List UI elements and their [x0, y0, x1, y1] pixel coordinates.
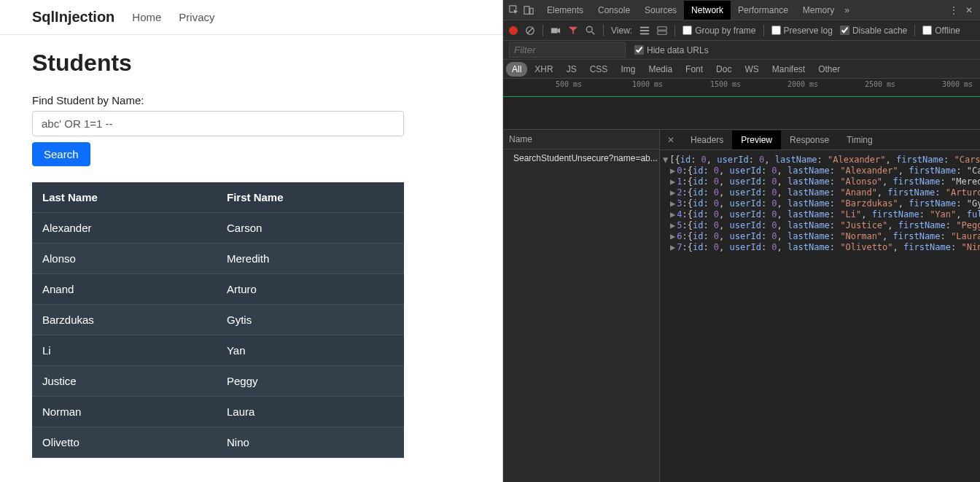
- type-doc[interactable]: Doc: [710, 62, 737, 77]
- timeline-tick: 2500 ms: [865, 80, 895, 88]
- list-view-icon[interactable]: [639, 26, 650, 36]
- type-js[interactable]: JS: [561, 62, 583, 77]
- type-ws[interactable]: WS: [739, 62, 764, 77]
- detail-tab-preview[interactable]: Preview: [732, 131, 781, 149]
- table-row: AlexanderCarson: [32, 213, 404, 244]
- devtools-tab-performance[interactable]: Performance: [731, 1, 796, 20]
- svg-rect-12: [658, 31, 666, 34]
- search-input[interactable]: [32, 111, 404, 136]
- cell: Peggy: [217, 366, 404, 397]
- type-media[interactable]: Media: [642, 62, 678, 77]
- navbar-brand[interactable]: SqlInjection: [32, 9, 114, 26]
- svg-rect-2: [530, 8, 533, 14]
- disable-cache-checkbox[interactable]: Disable cache: [840, 26, 907, 36]
- hide-data-urls-checkbox[interactable]: Hide data URLs: [634, 45, 709, 55]
- type-all[interactable]: All: [506, 62, 527, 77]
- type-manifest[interactable]: Manifest: [766, 62, 811, 77]
- cell: Barzdukas: [32, 305, 217, 335]
- more-tabs-icon[interactable]: »: [844, 5, 849, 15]
- detail-tab-headers[interactable]: Headers: [682, 131, 732, 149]
- request-detail: ✕ HeadersPreviewResponseTiming ▼[{id: 0,…: [660, 130, 980, 482]
- main-content: Students Find Student by Name: Search La…: [0, 35, 502, 473]
- devtools-tab-memory[interactable]: Memory: [796, 1, 841, 20]
- inspect-icon[interactable]: [509, 5, 519, 15]
- cell: Justice: [32, 366, 217, 397]
- table-row: AnandArturo: [32, 274, 404, 305]
- timeline-tick: 3000 ms: [942, 80, 973, 88]
- col-firstname: First Name: [217, 182, 404, 213]
- close-devtools-icon[interactable]: ✕: [965, 5, 973, 15]
- camera-icon[interactable]: [551, 26, 561, 36]
- large-view-icon[interactable]: [657, 26, 667, 36]
- col-lastname: Last Name: [32, 182, 217, 213]
- preview-box[interactable]: ▼[{id: 0, userId: 0, lastName: "Alexande…: [660, 150, 980, 482]
- types-bar: AllXHRJSCSSImgMediaFontDocWSManifestOthe…: [503, 60, 980, 79]
- type-xhr[interactable]: XHR: [529, 62, 559, 77]
- svg-line-4: [528, 28, 533, 33]
- students-table: Last Name First Name AlexanderCarsonAlon…: [32, 182, 404, 458]
- type-other[interactable]: Other: [812, 62, 846, 77]
- type-css[interactable]: CSS: [584, 62, 614, 77]
- kebab-icon[interactable]: ⋮: [949, 5, 958, 15]
- type-img[interactable]: Img: [615, 62, 641, 77]
- offline-checkbox[interactable]: Offline: [922, 26, 960, 36]
- clear-icon[interactable]: [525, 26, 535, 36]
- detail-tab-timing[interactable]: Timing: [838, 131, 882, 149]
- cell: Nino: [217, 427, 404, 458]
- devtools-tab-network[interactable]: Network: [684, 1, 731, 20]
- svg-rect-11: [658, 26, 666, 29]
- cell: Olivetto: [32, 427, 217, 458]
- detail-tab-response[interactable]: Response: [781, 131, 838, 149]
- network-toolbar: View: Group by frame Preserve log Disabl…: [503, 20, 980, 41]
- app-viewport: SqlInjection Home Privacy Students Find …: [0, 0, 503, 482]
- cell: Carson: [217, 213, 404, 244]
- search-button[interactable]: Search: [32, 142, 90, 166]
- devtools-tab-console[interactable]: Console: [591, 1, 637, 20]
- table-row: LiYan: [32, 335, 404, 366]
- preserve-log-checkbox[interactable]: Preserve log: [771, 26, 833, 36]
- timeline[interactable]: 500 ms1000 ms1500 ms2000 ms2500 ms3000 m…: [503, 79, 980, 130]
- request-list: Name SearchStudentUnsecure?name=ab...: [503, 130, 660, 482]
- close-detail-icon[interactable]: ✕: [660, 135, 682, 145]
- group-by-frame-checkbox[interactable]: Group by frame: [682, 26, 755, 36]
- request-row[interactable]: SearchStudentUnsecure?name=ab...: [503, 149, 659, 167]
- filter-bar: Hide data URLs: [503, 41, 980, 60]
- devtools-tab-elements[interactable]: Elements: [540, 1, 591, 20]
- svg-rect-1: [524, 6, 529, 14]
- device-icon[interactable]: [524, 5, 534, 15]
- svg-rect-10: [640, 33, 649, 34]
- svg-rect-8: [640, 26, 649, 28]
- request-list-header: Name: [503, 130, 659, 149]
- cell: Alonso: [32, 244, 217, 274]
- request-name: SearchStudentUnsecure?name=ab...: [513, 153, 658, 163]
- search-icon[interactable]: [586, 26, 596, 36]
- filter-input[interactable]: [509, 42, 626, 58]
- cell: Meredith: [217, 244, 404, 274]
- page-title: Students: [32, 50, 470, 77]
- devtools-tabbar: ElementsConsoleSourcesNetworkPerformance…: [503, 0, 980, 20]
- timeline-bar: [503, 96, 980, 97]
- table-row: AlonsoMeredith: [32, 244, 404, 274]
- table-row: JusticePeggy: [32, 366, 404, 397]
- cell: Anand: [32, 274, 217, 305]
- cell: Yan: [217, 335, 404, 366]
- nav-link-home[interactable]: Home: [132, 11, 161, 23]
- detail-tabs: ✕ HeadersPreviewResponseTiming: [660, 130, 980, 150]
- record-icon[interactable]: [509, 26, 518, 35]
- view-label: View:: [611, 26, 632, 36]
- table-row: OlivettoNino: [32, 427, 404, 458]
- svg-rect-9: [640, 30, 649, 31]
- type-font[interactable]: Font: [680, 62, 709, 77]
- cell: Li: [32, 335, 217, 366]
- filter-icon[interactable]: [568, 26, 578, 36]
- timeline-tick: 1000 ms: [632, 80, 663, 88]
- cell: Arturo: [217, 274, 404, 305]
- timeline-tick: 1500 ms: [710, 80, 741, 88]
- devtools-tab-sources[interactable]: Sources: [637, 1, 684, 20]
- cell: Laura: [217, 397, 404, 427]
- cell: Gytis: [217, 305, 404, 335]
- navbar: SqlInjection Home Privacy: [0, 0, 502, 35]
- cell: Alexander: [32, 213, 217, 244]
- nav-link-privacy[interactable]: Privacy: [179, 11, 214, 23]
- svg-point-6: [586, 26, 592, 32]
